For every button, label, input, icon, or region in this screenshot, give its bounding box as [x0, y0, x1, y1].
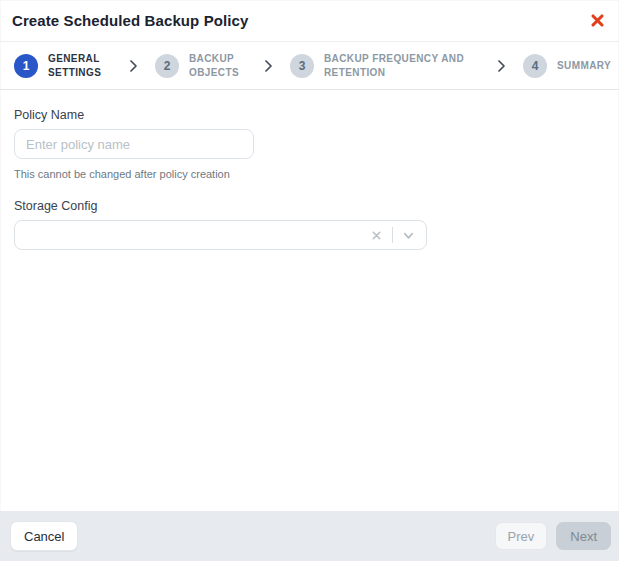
- policy-name-input[interactable]: [14, 129, 254, 159]
- storage-config-label: Storage Config: [14, 199, 605, 213]
- select-divider: [392, 227, 393, 243]
- policy-name-helper-text: This cannot be changed after policy crea…: [14, 168, 605, 180]
- step-number-badge: 1: [14, 54, 38, 78]
- stepper-step-backup-frequency-retention: 3 BACKUP FREQUENCY AND RETENTION: [290, 52, 480, 80]
- prev-button[interactable]: Prev: [495, 522, 548, 550]
- stepper-step-general-settings: 1 GENERAL SETTINGS: [14, 52, 112, 80]
- close-button[interactable]: [588, 11, 607, 30]
- step-number-badge: 2: [155, 54, 179, 78]
- close-icon: [590, 13, 605, 28]
- step-label: BACKUP OBJECTS: [189, 52, 247, 80]
- next-button[interactable]: Next: [556, 522, 611, 550]
- step-number-badge: 3: [290, 54, 314, 78]
- step-label: BACKUP FREQUENCY AND RETENTION: [324, 52, 480, 80]
- wizard-stepper: 1 GENERAL SETTINGS 2 BACKUP OBJECTS 3 BA…: [0, 42, 619, 90]
- create-scheduled-backup-policy-modal: Create Scheduled Backup Policy 1 GENERAL…: [0, 0, 619, 561]
- modal-header: Create Scheduled Backup Policy: [0, 0, 619, 42]
- modal-body: Policy Name This cannot be changed after…: [0, 90, 619, 268]
- storage-config-field: Storage Config: [14, 199, 605, 250]
- stepper-step-summary: 4 SUMMARY: [523, 54, 611, 78]
- policy-name-field: Policy Name This cannot be changed after…: [14, 108, 605, 180]
- step-label: SUMMARY: [557, 59, 611, 73]
- modal-title: Create Scheduled Backup Policy: [12, 12, 248, 29]
- modal-footer: Cancel Prev Next: [0, 511, 619, 561]
- storage-config-select[interactable]: [14, 220, 427, 250]
- cancel-button[interactable]: Cancel: [10, 521, 78, 551]
- step-number-badge: 4: [523, 54, 547, 78]
- policy-name-label: Policy Name: [14, 108, 605, 122]
- stepper-step-backup-objects: 2 BACKUP OBJECTS: [155, 52, 247, 80]
- clear-selection-icon[interactable]: [368, 227, 385, 244]
- chevron-right-icon: [129, 60, 138, 72]
- chevron-right-icon: [497, 60, 506, 72]
- step-label: GENERAL SETTINGS: [48, 52, 112, 80]
- chevron-down-icon[interactable]: [400, 227, 417, 244]
- chevron-right-icon: [264, 60, 273, 72]
